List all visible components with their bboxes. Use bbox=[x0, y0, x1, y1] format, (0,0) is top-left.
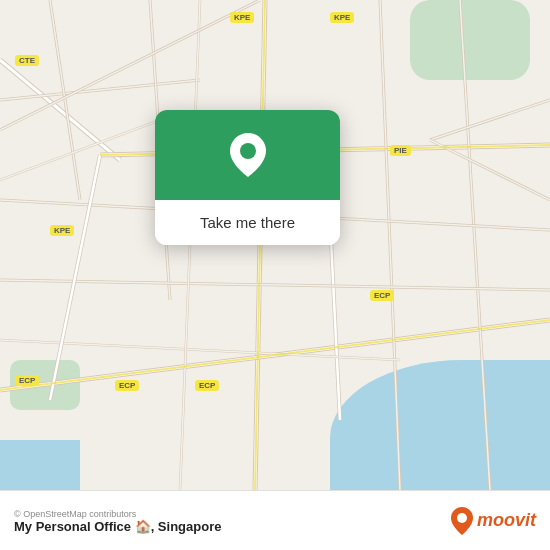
take-me-there-label: Take me there bbox=[200, 214, 295, 231]
map-background: KPE KPE CTE PIE KPE ECP ECP ECP ECP Take… bbox=[0, 0, 550, 490]
badge-kpe-2: KPE bbox=[330, 12, 354, 23]
moovit-label: moovit bbox=[477, 510, 536, 531]
badge-ecp-4: ECP bbox=[15, 375, 39, 386]
svg-line-29 bbox=[180, 0, 200, 490]
badge-ecp-1: ECP bbox=[370, 290, 394, 301]
moovit-logo: moovit bbox=[451, 507, 536, 535]
bottom-bar: © OpenStreetMap contributors My Personal… bbox=[0, 490, 550, 550]
svg-point-42 bbox=[457, 513, 467, 523]
badge-kpe-1: KPE bbox=[230, 12, 254, 23]
svg-line-23 bbox=[0, 280, 550, 290]
map-container: KPE KPE CTE PIE KPE ECP ECP ECP ECP Take… bbox=[0, 0, 550, 490]
card-header bbox=[155, 110, 340, 200]
svg-line-17 bbox=[380, 0, 400, 490]
badge-pie: PIE bbox=[390, 145, 411, 156]
svg-line-40 bbox=[0, 320, 550, 390]
svg-line-37 bbox=[430, 140, 550, 200]
badge-ecp-2: ECP bbox=[115, 380, 139, 391]
badge-kpe-3: KPE bbox=[50, 225, 74, 236]
badge-cte: CTE bbox=[15, 55, 39, 66]
svg-line-27 bbox=[50, 155, 100, 400]
svg-line-19 bbox=[460, 0, 490, 490]
take-me-there-button[interactable]: Take me there bbox=[155, 200, 340, 245]
svg-line-39 bbox=[255, 0, 265, 490]
svg-line-9 bbox=[330, 220, 340, 420]
moovit-pin-icon bbox=[451, 507, 473, 535]
svg-point-41 bbox=[240, 143, 256, 159]
location-card: Take me there bbox=[155, 110, 340, 245]
location-pin-icon bbox=[230, 133, 266, 177]
road-network bbox=[0, 0, 550, 490]
osm-credit: © OpenStreetMap contributors bbox=[14, 509, 221, 519]
badge-ecp-3: ECP bbox=[195, 380, 219, 391]
location-name: My Personal Office 🏠, Singapore bbox=[14, 519, 221, 534]
svg-line-35 bbox=[430, 100, 550, 140]
svg-line-13 bbox=[50, 0, 80, 200]
bottom-left-info: © OpenStreetMap contributors My Personal… bbox=[14, 508, 221, 534]
